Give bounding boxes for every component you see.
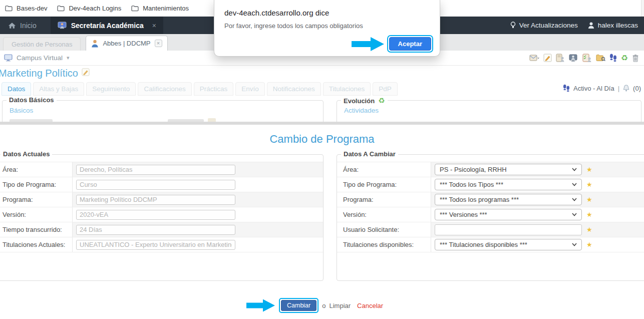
program-status: Activo - Al Día | (0) [563, 81, 641, 96]
status-separator: | [618, 85, 619, 92]
checklist-user-icon[interactable] [582, 54, 592, 62]
field-label: Titulaciones Actuales: [0, 237, 73, 252]
titulaciones-disponibles-select[interactable]: *** Titulaciones disponibles *** [435, 239, 582, 250]
field-label: Usuario Solicitante: [337, 222, 431, 237]
required-star-icon: ★ [586, 166, 592, 173]
required-star-icon: ★ [586, 241, 592, 248]
tab-label: PdP [379, 85, 392, 93]
user-name: halex illescas [598, 22, 638, 29]
panel-legend: Datos Básicos [7, 96, 57, 104]
area-actual-input [76, 165, 235, 175]
limpiar-link[interactable]: Limpiar [329, 302, 351, 309]
secretary-desk-icon [58, 22, 67, 29]
fieldset-legend: Datos Actuales [1, 150, 52, 158]
program-title-row: Marketing Político [0, 66, 644, 81]
tab-altas-y-bajas[interactable]: Altas y Bajas [33, 82, 84, 96]
tab-notificaciones[interactable]: Notificaciones [267, 82, 321, 96]
screen-user-icon[interactable] [569, 54, 578, 62]
nav-home-button[interactable]: Inicio [0, 17, 45, 34]
tipo-programa-select[interactable]: *** Todos los Tipos *** [435, 179, 582, 190]
bookmark-bases-dev[interactable]: Bases-dev [5, 5, 47, 12]
bookmark-label: Mantenimientos [143, 5, 189, 12]
updates-label: Ver Actualizaciones [519, 22, 578, 29]
conjunction-text: o [322, 302, 326, 309]
folder-icon [131, 5, 139, 12]
browser-scrollbar[interactable] [641, 0, 644, 17]
tab-practicas[interactable]: Prácticas [194, 82, 234, 96]
fieldset-datos-a-cambiar: Datos A Cambiar Área: PS - Psicología, R… [337, 154, 644, 281]
field-label: Tipo de Programa: [0, 177, 73, 192]
field-label: Programa: [0, 192, 73, 207]
programa-actual-input [76, 195, 235, 205]
folder-icon [57, 5, 65, 12]
refresh-icon[interactable]: ♻ [621, 54, 628, 62]
edit-title-icon[interactable] [82, 68, 90, 78]
app-screen: Bases-dev Dev-4each Logins Mantenimiento… [0, 0, 644, 319]
tab-label: Seguimiento [92, 85, 130, 93]
clipped-row [3, 118, 323, 122]
modal-heading: Cambio de Programa [0, 133, 644, 146]
trash-icon[interactable] [632, 54, 639, 62]
tab-close-icon[interactable]: × [155, 40, 162, 47]
panel-legend-text: Evolución [344, 97, 375, 105]
user-menu[interactable]: halex illescas [588, 22, 638, 29]
edit-icon[interactable] [543, 54, 552, 62]
dialog-message: Por favor, ingrese todos los campos obli… [224, 22, 440, 30]
cambio-de-programa-panel: Cambio de Programa Datos Actuales Área: … [0, 125, 644, 319]
toolbar-icons: ♻ [529, 54, 639, 62]
chevron-down-icon [572, 198, 577, 201]
field-row-area: Área: [0, 162, 323, 177]
field-row-titulaciones: Titulaciones Actuales: [0, 237, 323, 252]
field-label: Versión: [0, 207, 73, 222]
cambiar-button[interactable]: Cambiar [281, 300, 316, 311]
tab-datos[interactable]: Datos [2, 82, 31, 96]
fieldset-datos-actuales: Datos Actuales Área: Tipo de Programa: P… [0, 154, 324, 281]
tab-label: Altas y Bajas [39, 85, 78, 93]
field-row-programa: Programa: [0, 192, 323, 207]
bookmark-label: Bases-dev [17, 5, 47, 12]
tab-seguimiento[interactable]: Seguimiento [86, 82, 136, 96]
panel-evolucion: Evolución ♻ Actividades [337, 100, 641, 122]
bell-icon[interactable] [623, 85, 629, 92]
area-select[interactable]: PS - Psicología, RRHH [435, 164, 582, 175]
field-label: Tipo de Programa: [337, 177, 431, 192]
annotation-arrow [352, 37, 385, 52]
nav-tab-close-icon[interactable]: × [152, 22, 156, 30]
field-row-tipo-nuevo: Tipo de Programa: *** Todos los Tipos **… [337, 177, 644, 192]
mail-dropdown-icon[interactable] [529, 54, 539, 62]
notifications-count: (0) [633, 85, 641, 92]
tiempo-transcurrido-input [76, 225, 235, 235]
footprints-icon[interactable] [609, 54, 617, 62]
basicos-link[interactable]: Básicos [10, 107, 33, 114]
aceptar-button[interactable]: Aceptar [389, 37, 431, 51]
programa-select[interactable]: *** Todos los programas *** [435, 194, 582, 205]
tab-pdp[interactable]: PdP [373, 82, 398, 96]
bookmark-dev4each-logins[interactable]: Dev-4each Logins [57, 5, 121, 12]
version-select[interactable]: *** Versiones *** [435, 209, 582, 220]
chevron-down-icon [572, 213, 577, 216]
contacts-icon[interactable] [556, 54, 565, 62]
nav-tab-secretaria-academica[interactable]: Secretaría Académica × [51, 17, 163, 34]
tab-titulaciones[interactable]: Titulaciones [323, 82, 371, 96]
form-actions: Cambiar o Limpiar Cancelar [246, 298, 383, 313]
usuario-solicitante-input[interactable] [435, 224, 582, 235]
annotation-highlight: Cambiar [279, 298, 318, 313]
folder-search-icon[interactable] [596, 54, 605, 62]
tab-envio[interactable]: Envío [235, 82, 265, 96]
bookmark-mantenimientos[interactable]: Mantenimientos [131, 5, 189, 12]
fieldset-legend: Datos A Cambiar [341, 150, 398, 158]
nav-home-label: Inicio [20, 22, 37, 30]
required-star-icon: ★ [586, 196, 592, 203]
select-value: *** Versiones *** [440, 211, 487, 218]
tab-gestion-de-personas[interactable]: Gestión de Personas [3, 37, 81, 51]
field-label: Titulaciones disponibles: [337, 237, 431, 252]
person-icon [91, 40, 99, 48]
updates-link[interactable]: Ver Actualizaciones [510, 22, 578, 29]
refresh-icon[interactable]: ♻ [378, 96, 385, 105]
tab-calificaciones[interactable]: Calificaciones [138, 82, 191, 96]
campus-virtual-dropdown[interactable]: Campus Virtual ▾ [4, 54, 70, 62]
tab-abbes-ddcmp[interactable]: Abbes | DDCMP × [86, 36, 167, 51]
browser-alert-dialog: dev-4each.ctdesarrollo.org dice Por favo… [214, 0, 440, 57]
actividades-link[interactable]: Actividades [344, 107, 379, 114]
cancelar-link[interactable]: Cancelar [357, 302, 383, 309]
